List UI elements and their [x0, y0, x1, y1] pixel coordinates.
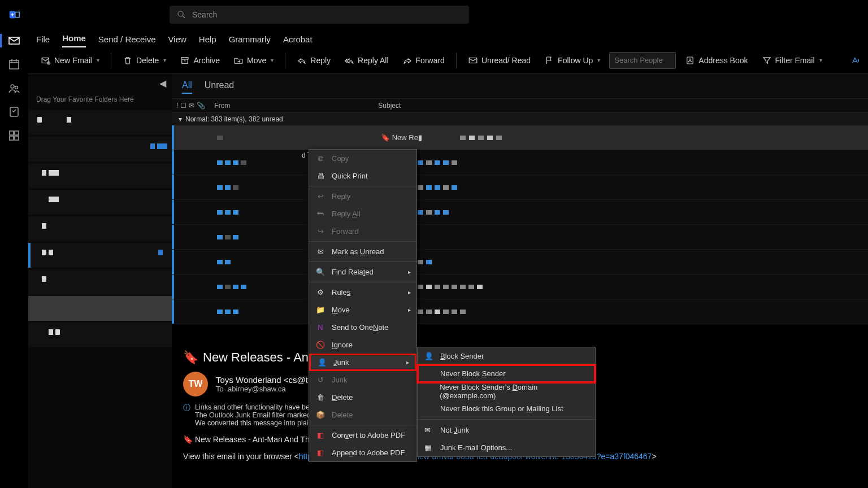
message-row[interactable]: [172, 274, 868, 299]
chevron-down-icon: ▾: [179, 115, 182, 123]
message-row[interactable]: [172, 250, 868, 274]
menu-send-receive[interactable]: Send / Receive: [98, 34, 156, 47]
message-row[interactable]: [172, 175, 868, 200]
sub-never-block-group[interactable]: Never Block this Group or Mailing List: [418, 400, 595, 417]
reply-all-icon: [344, 55, 354, 66]
reply-button[interactable]: Reply: [292, 53, 335, 68]
ctx-delete[interactable]: 🗑Delete: [309, 389, 416, 406]
chevron-down-icon: ▾: [97, 57, 99, 63]
ctx-move[interactable]: 📁Move▸: [309, 301, 416, 319]
menu-grammarly[interactable]: Grammarly: [229, 34, 271, 47]
block-icon: 👤: [424, 352, 433, 361]
reminder-column-icon[interactable]: ☐: [180, 102, 186, 110]
chevron-right-icon: ▸: [408, 307, 411, 313]
message-row[interactable]: [172, 225, 868, 250]
archive-icon: 📦: [316, 411, 325, 420]
menu-home[interactable]: Home: [62, 33, 86, 47]
svg-point-2: [178, 11, 183, 16]
search-people-input[interactable]: [609, 52, 676, 69]
context-menu: ⧉Copy 🖶Quick Print ↩Reply ⮪Reply All ↪Fo…: [309, 149, 417, 462]
menu-help[interactable]: Help: [199, 34, 216, 47]
find-icon: 🔍: [316, 268, 325, 277]
calendar-rail-icon[interactable]: [7, 58, 21, 71]
ctx-reply: ↩Reply: [309, 188, 416, 205]
menu-acrobat[interactable]: Acrobat: [283, 34, 313, 47]
importance-column-icon[interactable]: !: [176, 102, 178, 110]
subject-column[interactable]: Subject: [374, 102, 401, 110]
ctx-send-onenote[interactable]: NSend to OneNote: [309, 319, 416, 336]
folder-item[interactable]: [28, 323, 172, 347]
ctx-ignore[interactable]: 🚫Ignore: [309, 336, 416, 354]
move-button[interactable]: Move ▾: [229, 53, 278, 68]
ctx-quick-print[interactable]: 🖶Quick Print: [309, 167, 416, 185]
sender-avatar: TW: [183, 372, 208, 396]
reply-all-button[interactable]: Reply All: [340, 53, 393, 68]
attachment-column-icon[interactable]: 📎: [197, 102, 205, 110]
forward-icon: [402, 55, 413, 66]
folder-item[interactable]: [28, 190, 172, 215]
people-rail-icon[interactable]: [7, 81, 21, 95]
ctx-junk[interactable]: 👤Junk▸: [309, 354, 416, 371]
tab-unread[interactable]: Unread: [205, 80, 234, 94]
tab-all[interactable]: All: [182, 80, 192, 94]
mail-rail-icon[interactable]: [7, 34, 21, 47]
sub-block-sender[interactable]: 👤Block Sender: [418, 347, 595, 365]
search-placeholder: Search: [192, 10, 217, 19]
reply-icon: [297, 55, 307, 66]
message-row[interactable]: d The Wasp: Quantumania: [172, 150, 868, 175]
rules-icon: ⚙: [316, 288, 325, 297]
info-icon: ⓘ: [183, 403, 190, 413]
ctx-mark-unread[interactable]: ✉Mark as Unread: [309, 243, 416, 260]
sub-never-block-domain[interactable]: Never Block Sender's Domain (@example.co…: [418, 382, 595, 400]
address-book-button[interactable]: Address Book: [680, 53, 752, 68]
message-row[interactable]: [172, 200, 868, 225]
message-row[interactable]: [172, 299, 868, 324]
group-header[interactable]: ▾ Normal: 383 item(s), 382 unread: [172, 113, 868, 125]
svg-rect-1: [15, 12, 19, 17]
global-search[interactable]: Search: [170, 6, 469, 24]
svg-rect-12: [9, 37, 19, 44]
folder-item[interactable]: [28, 137, 172, 162]
from-column[interactable]: From: [210, 102, 374, 110]
message-list: All Unread ! ☐ ✉ 📎 From Subject ▾ Normal…: [172, 73, 868, 324]
more-rail-icon[interactable]: [7, 129, 21, 142]
ctx-convert-pdf[interactable]: ◧Convert to Adobe PDF: [309, 426, 416, 444]
read-aloud-button[interactable]: [845, 53, 865, 68]
folder-item[interactable]: [28, 110, 172, 135]
options-icon: ▦: [424, 443, 433, 452]
sub-never-block-sender[interactable]: Never Block Sender: [418, 365, 595, 382]
ctx-append-pdf[interactable]: ◧Append to Adobe PDF: [309, 444, 416, 461]
svg-point-18: [15, 86, 18, 89]
filter-email-button[interactable]: Filter Email ▾: [757, 53, 827, 68]
menu-view[interactable]: View: [168, 34, 186, 47]
message-row[interactable]: 🔖 New Re▮: [172, 125, 868, 150]
archive-button[interactable]: Archive: [175, 53, 224, 68]
ctx-rules[interactable]: ⚙Rules▸: [309, 284, 416, 301]
svg-line-3: [183, 16, 185, 18]
ctx-forward: ↪Forward: [309, 223, 416, 240]
reply-icon: ↩: [316, 192, 325, 201]
unread-read-button[interactable]: Unread/ Read: [463, 53, 535, 68]
sub-not-junk[interactable]: ✉Not Junk: [418, 421, 595, 439]
follow-up-button[interactable]: Follow Up ▾: [540, 53, 605, 68]
svg-rect-23: [15, 136, 19, 140]
ctx-find-related[interactable]: 🔍Find Related▸: [309, 263, 416, 281]
delete-button[interactable]: Delete ▾: [118, 53, 171, 68]
sub-junk-options[interactable]: ▦Junk E-mail Options...: [418, 439, 595, 456]
left-rail: [0, 29, 28, 488]
tasks-rail-icon[interactable]: [7, 105, 21, 119]
forward-button[interactable]: Forward: [398, 53, 449, 68]
folder-item[interactable]: [28, 269, 172, 294]
new-email-button[interactable]: New Email ▾: [36, 53, 104, 68]
menu-file[interactable]: File: [36, 34, 50, 47]
svg-rect-9: [469, 58, 477, 63]
icon-column-icon[interactable]: ✉: [189, 102, 194, 110]
folder-item[interactable]: [28, 163, 172, 188]
archive-icon: [180, 55, 190, 66]
ctx-undelete: ↺Junk: [309, 371, 416, 389]
folder-item[interactable]: [28, 216, 172, 241]
folder-item-selected[interactable]: [28, 296, 172, 321]
folder-item[interactable]: [28, 243, 172, 268]
collapse-folder-pane-button[interactable]: ◀: [159, 78, 166, 89]
chevron-down-icon: ▾: [819, 57, 822, 63]
